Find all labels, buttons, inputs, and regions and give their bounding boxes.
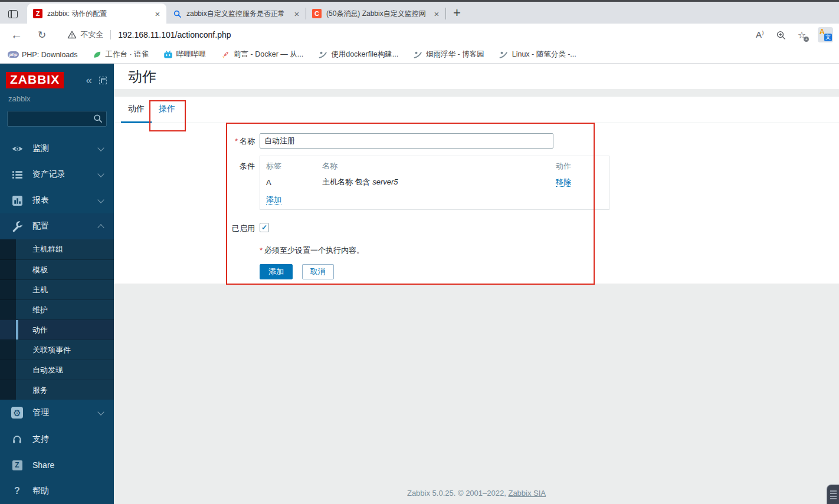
sidebar-item-label: 配置 [32,221,49,232]
zoom-icon[interactable] [776,30,786,40]
table-row: A 主机名称 包含 server5 移除 [266,174,603,190]
url-field[interactable]: 192.168.11.101/actionconf.php [118,30,231,39]
column-header-action: 动作 [556,161,603,172]
compact-view-icon[interactable] [99,77,107,84]
close-tab-icon[interactable]: × [152,9,163,19]
sidebar-item-support[interactable]: 支持 [0,426,114,452]
zabbix-sia-link[interactable]: Zabbix SIA [508,489,546,498]
translate-icon[interactable]: A 文 [818,27,833,42]
sidebar-item-help[interactable]: ? 帮助 [0,478,114,504]
read-aloud-icon[interactable]: A⁾ [756,29,764,40]
sidebar-item-host-groups[interactable]: 主机群组 [0,239,114,259]
sidebar-item-label: 帮助 [32,486,49,496]
sidebar-item-label: 资产记录 [32,169,65,180]
bookmark-bilibili[interactable]: 哔哩哔哩 [163,50,206,60]
browser-address-bar: ← ↻ 不安全 192.168.11.101/actionconf.php A⁾… [0,24,839,46]
sidebar-item-label: Share [32,460,54,470]
eye-icon [11,143,24,155]
csdn-favicon: C [312,9,322,18]
column-header-name: 名称 [322,161,556,172]
enabled-checkbox[interactable] [260,223,269,232]
tab-operations[interactable]: 操作 [152,97,182,123]
browser-tab-zabbix[interactable]: Z zabbix: 动作的配置 × [27,4,166,24]
bookmark-label: Linux - 随笔分类 -... [512,50,576,60]
browser-tab-title: zabbix自定义监控服务是否正常 [186,9,291,19]
question-icon: ? [11,486,24,496]
enabled-label: 已启用 [114,223,255,234]
server-name: zabbix [0,88,114,103]
sidebar-item-label: 报表 [32,195,49,206]
blog-icon [412,50,422,60]
sidebar-item-event-correlation[interactable]: 关联项事件 [0,340,114,360]
sidebar-item-label: 监测 [32,143,49,154]
bookmark-php-downloads[interactable]: php PHP: Downloads [8,50,78,60]
header-gap [114,89,839,97]
bookmark-dockerfile[interactable]: 使用dockerfile构建... [317,50,398,60]
sidebar-item-hosts[interactable]: 主机 [0,279,114,299]
bookmark-linux-category[interactable]: Linux - 随笔分类 -... [499,50,576,60]
sidebar-item-discovery[interactable]: 自动发现 [0,360,114,380]
footer-text: Zabbix 5.0.25. © 2001–2022, [407,489,508,498]
sidebar-item-maintenance[interactable]: 维护 [0,299,114,319]
wrench-icon [11,220,24,233]
bookmark-cnblogs[interactable]: 烟雨浮华 - 博客园 [412,50,484,60]
corner-widget[interactable] [827,485,839,504]
collapse-sidebar-icon[interactable]: « [86,74,92,87]
add-favorite-icon[interactable]: ☆ + [798,29,806,41]
browser-tab-search[interactable]: zabbix自定义监控服务是否正常 × [166,4,306,24]
add-condition-link[interactable]: 添加 [266,195,281,205]
blog-icon [499,50,509,60]
sidebar-search-input[interactable] [7,111,107,127]
action-form: *名称 条件 标签 名称 动作 [114,123,839,279]
bookmark-yuque[interactable]: 工作台 · 语雀 [92,50,149,60]
tab-action[interactable]: 动作 [121,97,152,123]
name-label: *名称 [114,133,255,149]
sidebar-item-configuration[interactable]: 配置 [0,213,114,239]
sidebar-item-administration[interactable]: ⚙ 管理 [0,400,114,426]
main-content: 动作 动作 操作 *名称 条件 [114,64,839,504]
sidebar-item-actions[interactable]: 动作 [0,319,114,340]
browser-tab-csdn[interactable]: C (50条消息) Zabbix自定义监控网 × [306,4,445,24]
yuque-leaf-icon [92,50,102,60]
zabbix-share-icon: Z [11,460,24,470]
required-asterisk: * [235,137,238,146]
new-tab-button[interactable]: + [453,7,461,19]
cancel-button[interactable]: 取消 [302,264,334,279]
chevron-down-icon [97,170,104,177]
page-title: 动作 [128,67,156,86]
rocket-icon [220,50,230,60]
page-footer: Zabbix 5.0.25. © 2001–2022, Zabbix SIA [114,489,839,498]
condition-name: 主机名称 包含 server5 [322,177,556,187]
star-plus-badge: + [804,37,809,42]
zabbix-logo[interactable]: ZABBIX [6,72,64,88]
bookmark-label: PHP: Downloads [22,51,78,59]
blog-icon [317,50,327,60]
tab-actions-menu-icon[interactable] [8,10,18,18]
chevron-down-icon [97,196,104,203]
back-icon[interactable]: ← [11,28,22,42]
site-security-chip[interactable]: 不安全 [67,29,103,40]
bookmark-docker-intro[interactable]: 前言 - Docker — 从... [220,50,303,60]
sidebar-item-inventory[interactable]: 资产记录 [0,162,114,187]
bookmark-label: 使用dockerfile构建... [331,50,398,60]
php-icon: php [8,50,18,60]
sidebar-item-share[interactable]: Z Share [0,452,114,478]
remove-condition-link[interactable]: 移除 [556,177,571,187]
name-input[interactable] [260,133,553,149]
add-button[interactable]: 添加 [260,264,293,279]
sidebar-item-services[interactable]: 服务 [0,380,114,400]
list-icon [11,169,24,181]
refresh-icon[interactable]: ↻ [38,29,46,41]
close-tab-icon[interactable]: × [431,9,442,19]
sidebar-item-label: 管理 [32,407,49,418]
bookmark-label: 烟雨浮华 - 博客园 [426,50,484,60]
tab-separator [445,8,446,19]
sidebar-item-templates[interactable]: 模板 [0,259,114,279]
sidebar-item-monitoring[interactable]: 监测 [0,136,114,162]
warning-icon [67,30,77,39]
close-tab-icon[interactable]: × [291,9,302,19]
address-divider [110,30,111,39]
sidebar-item-reports[interactable]: 报表 [0,187,114,213]
condition-tag: A [266,178,322,187]
translate-cn-glyph: 文 [824,34,832,41]
